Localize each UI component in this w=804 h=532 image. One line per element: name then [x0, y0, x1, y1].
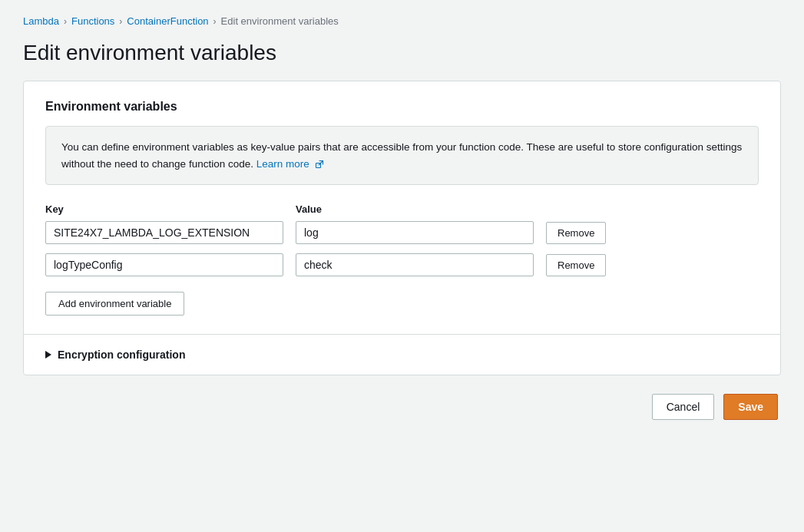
- info-box: You can define environment variables as …: [45, 126, 759, 185]
- env-key-input-1[interactable]: [45, 221, 283, 244]
- cancel-button[interactable]: Cancel: [652, 394, 715, 420]
- env-value-input-1[interactable]: [296, 221, 534, 244]
- remove-button-1[interactable]: Remove: [546, 222, 606, 244]
- footer-actions: Cancel Save: [23, 394, 781, 420]
- add-env-var-button[interactable]: Add environment variable: [45, 292, 184, 316]
- info-text: You can define environment variables as …: [61, 141, 742, 170]
- env-row-2: Remove: [45, 253, 759, 276]
- external-link-icon: [315, 160, 324, 169]
- remove-button-2[interactable]: Remove: [546, 254, 606, 276]
- breadcrumb-sep-3: ›: [213, 16, 217, 27]
- env-vars-section: Environment variables You can define env…: [24, 81, 780, 334]
- breadcrumb-container-function[interactable]: ContainerFunction: [127, 15, 208, 27]
- fields-header: Key Value: [45, 203, 759, 215]
- breadcrumb: Lambda › Functions › ContainerFunction ›…: [23, 15, 781, 27]
- main-card: Environment variables You can define env…: [23, 81, 781, 375]
- page-title: Edit environment variables: [23, 41, 781, 65]
- save-button[interactable]: Save: [723, 394, 778, 420]
- env-row-1: Remove: [45, 221, 759, 244]
- key-label: Key: [45, 203, 283, 215]
- breadcrumb-functions[interactable]: Functions: [71, 15, 114, 27]
- env-value-input-2[interactable]: [296, 253, 534, 276]
- encryption-toggle[interactable]: Encryption configuration: [45, 349, 185, 361]
- value-label: Value: [296, 203, 534, 215]
- encryption-label: Encryption configuration: [58, 349, 185, 361]
- breadcrumb-sep-2: ›: [119, 16, 122, 27]
- breadcrumb-lambda[interactable]: Lambda: [23, 15, 59, 27]
- env-key-input-2[interactable]: [45, 253, 283, 276]
- breadcrumb-sep-1: ›: [64, 16, 67, 27]
- expand-icon: [45, 351, 51, 359]
- section-title: Environment variables: [45, 100, 759, 114]
- breadcrumb-current: Edit environment variables: [221, 15, 339, 27]
- encryption-section[interactable]: Encryption configuration: [24, 335, 780, 375]
- learn-more-link[interactable]: Learn more: [256, 158, 309, 170]
